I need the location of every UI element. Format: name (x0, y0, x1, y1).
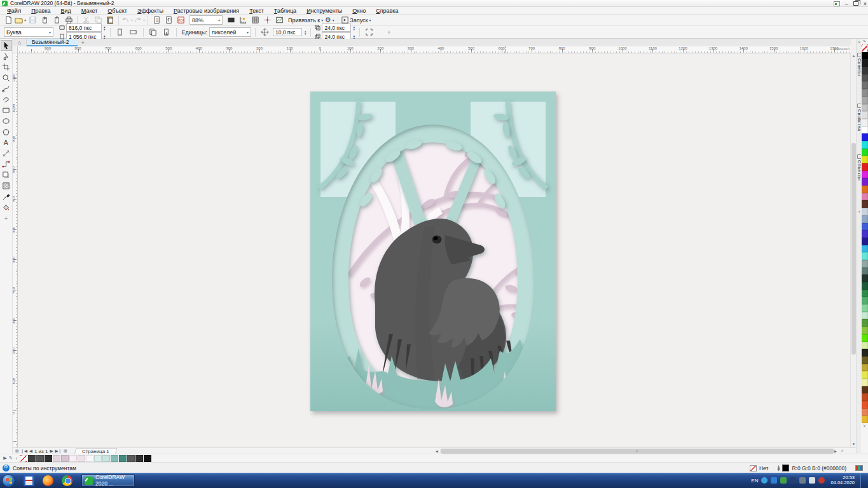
drop-shadow-tool[interactable] (1, 170, 12, 180)
color-swatch[interactable] (862, 290, 868, 297)
color-swatch[interactable] (862, 312, 868, 320)
menu-item-10[interactable]: Инструменты (302, 7, 347, 15)
chrome-icon[interactable] (62, 475, 72, 486)
docpalette-scroll-left[interactable]: ‹ (14, 456, 19, 461)
doc-color-swatch[interactable] (69, 455, 77, 462)
color-swatch[interactable] (862, 149, 868, 156)
color-swatch[interactable] (862, 74, 868, 82)
pdf-button[interactable]: PDF (175, 15, 186, 25)
preview-mode-button[interactable] (273, 15, 285, 25)
ellipse-tool[interactable] (1, 116, 12, 126)
color-swatch[interactable] (862, 319, 868, 327)
color-swatch[interactable] (862, 282, 868, 290)
menu-item-9[interactable]: Таблица (270, 7, 301, 15)
search-content-button[interactable]: 1 (151, 15, 162, 25)
status-settings-icon[interactable] (3, 464, 10, 471)
minimize-button[interactable]: – (845, 1, 848, 7)
doc-color-swatch[interactable] (94, 455, 102, 462)
color-swatch[interactable] (862, 297, 868, 304)
doc-color-swatch[interactable] (119, 455, 127, 462)
color-swatch[interactable] (862, 401, 868, 409)
color-swatch[interactable] (862, 200, 868, 208)
doc-no-color-swatch[interactable] (20, 455, 27, 462)
taskbar-clock[interactable]: 20:53 04.04.2020 (828, 475, 855, 485)
document-page-artwork[interactable] (310, 92, 556, 411)
portrait-button[interactable] (114, 27, 126, 37)
text-tool[interactable]: A (1, 137, 12, 148)
nudge-field[interactable]: 10,0 пкс (273, 28, 302, 36)
color-swatch[interactable] (862, 386, 868, 394)
color-swatch[interactable] (862, 245, 868, 253)
color-swatch[interactable] (862, 223, 868, 231)
color-swatch[interactable] (862, 260, 868, 268)
interactive-fill-tool[interactable] (1, 202, 12, 213)
pick-tool[interactable] (1, 40, 12, 51)
start-button[interactable] (2, 474, 15, 487)
menu-item-8[interactable]: Текст (245, 7, 268, 15)
color-swatch[interactable] (862, 81, 868, 89)
paste-button[interactable] (104, 15, 116, 25)
phone-icon[interactable] (818, 477, 825, 484)
doc-color-swatch[interactable] (144, 455, 151, 462)
menu-item-1[interactable]: Файл (3, 7, 25, 15)
document-tab[interactable]: Безымянный-2 (27, 39, 78, 46)
doc-color-swatch[interactable] (127, 455, 135, 462)
save-button[interactable] (27, 15, 38, 25)
color-swatch[interactable] (862, 208, 868, 215)
color-swatch[interactable] (862, 178, 868, 186)
color-swatch[interactable] (862, 171, 868, 179)
color-swatch[interactable] (862, 409, 868, 416)
color-swatch[interactable] (862, 111, 868, 119)
zoom-tool[interactable] (1, 72, 12, 83)
doc-color-swatch[interactable] (36, 455, 44, 462)
skype-icon[interactable] (761, 477, 768, 484)
color-swatch[interactable] (862, 342, 868, 349)
doc-color-swatch[interactable] (111, 455, 118, 462)
freehand-tool[interactable] (1, 83, 12, 94)
add-page-start-button[interactable]: ⊞ (15, 449, 18, 454)
page-width-field[interactable]: 816,0 пкс (66, 24, 102, 32)
last-page-button[interactable]: ▶❘ (55, 449, 61, 454)
polygon-tool[interactable] (1, 126, 12, 137)
add-page-end-button[interactable]: ⊞ (64, 449, 67, 454)
horizontal-scroll-thumb[interactable]: ⦀ (441, 449, 834, 454)
scroll-left-arrow[interactable]: ◀ (434, 449, 439, 454)
crop-tool[interactable] (1, 62, 12, 72)
width-spinner[interactable]: ▴▾ (103, 25, 106, 30)
color-swatch[interactable] (862, 304, 868, 312)
landscape-button[interactable] (128, 27, 139, 37)
vertical-ruler[interactable]: 110010009008007006005004003002001000 (13, 53, 18, 447)
drawing-canvas[interactable] (18, 53, 850, 447)
menu-item-4[interactable]: Макет (77, 7, 102, 15)
show-rulers-button[interactable] (237, 15, 249, 25)
doc-color-swatch[interactable] (135, 455, 143, 462)
display-icon[interactable] (799, 477, 806, 484)
color-swatch[interactable] (862, 133, 868, 141)
eyedropper-tool[interactable] (1, 191, 12, 202)
close-button[interactable]: × (864, 1, 867, 7)
outline-color-swatch[interactable] (782, 464, 789, 471)
new-document-button[interactable] (3, 15, 14, 25)
firefox-icon[interactable] (43, 475, 53, 486)
import-button[interactable] (39, 15, 50, 25)
scroll-right-arrow[interactable]: ▶ (833, 449, 838, 454)
color-swatch[interactable] (862, 52, 868, 60)
toolbox-customize-plus[interactable]: + (1, 213, 12, 224)
connector-tool[interactable] (1, 159, 12, 170)
color-swatch[interactable] (862, 163, 868, 171)
first-page-button[interactable]: ❘◀ (20, 449, 27, 454)
show-guidelines-button[interactable] (261, 15, 273, 25)
doc-color-swatch[interactable] (53, 455, 60, 462)
menu-item-7[interactable]: Растровые изображения (169, 7, 244, 15)
current-page-button[interactable] (161, 27, 172, 37)
menu-item-2[interactable]: Правка (27, 7, 55, 15)
palette-scroll-down[interactable]: ∨ (862, 423, 868, 429)
color-swatch[interactable] (862, 59, 868, 67)
menu-item-11[interactable]: Окно (348, 7, 370, 15)
color-swatch[interactable] (862, 89, 868, 97)
taskbar-app-icon-1[interactable] (24, 475, 34, 486)
color-swatch[interactable] (862, 252, 868, 260)
prev-page-button[interactable]: ◀ (29, 449, 32, 454)
all-pages-button[interactable] (148, 27, 159, 37)
no-color-swatch[interactable] (862, 44, 868, 52)
